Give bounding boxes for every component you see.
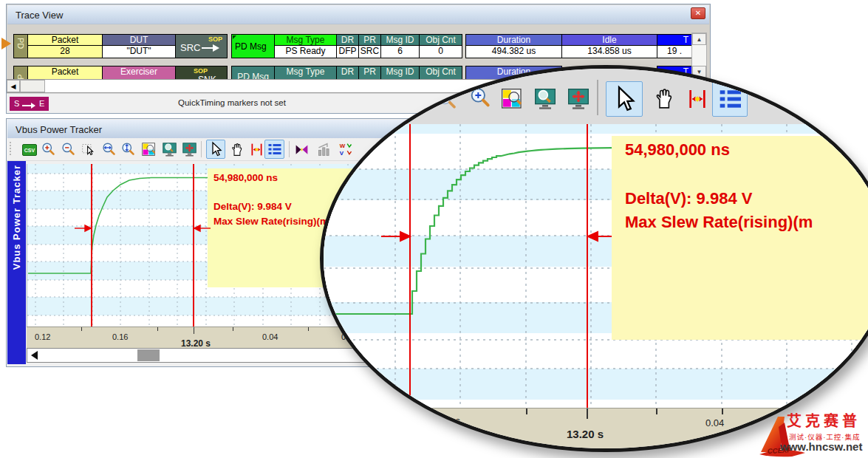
xaxis-tick (526, 409, 527, 414)
row1-idle-value[interactable]: 134.858 us (561, 45, 657, 58)
vbus-hscroll-left-icon[interactable] (31, 351, 38, 360)
bubble-colormap-icon[interactable] (500, 87, 524, 111)
trace-vscrollbar[interactable]: ▲ ▼ (691, 33, 707, 78)
xaxis-tick (587, 409, 588, 419)
monitor-target-icon[interactable] (182, 142, 197, 157)
toolbar-grip (10, 142, 11, 157)
vbus-slew-label: Max Slew Rate(rising)(m (213, 216, 329, 227)
row2-sop-cell[interactable]: SOP SNK (175, 66, 228, 79)
trace-vscroll-up-button[interactable]: ▲ (692, 33, 706, 45)
trace-view-close-button[interactable]: ✕ (691, 7, 705, 19)
row1-objcnt-value[interactable]: 0 (419, 45, 462, 58)
bubble-cursor-arrows (324, 124, 868, 408)
vbus-banner: Vbus Power Tracker (7, 161, 26, 364)
row2-msgtype-header: Msg Type (274, 66, 337, 79)
toolbar-separator-2 (289, 141, 290, 157)
logo-brand: 艾克赛普 (787, 409, 861, 431)
xaxis-label-2: 0.16 (112, 332, 128, 341)
row1-packet-header: Packet (27, 34, 103, 46)
row1-t-header: T (657, 34, 692, 46)
trace-view-titlebar[interactable]: Trace View (7, 5, 709, 24)
va-measure-icon[interactable]: WV (338, 142, 354, 157)
timing-marker-icon[interactable] (249, 142, 264, 157)
vbus-cursor-time-label: 54,980,000 ns (213, 172, 278, 183)
trace-hscroll-thumb[interactable] (20, 80, 45, 92)
svg-text:V: V (340, 150, 344, 157)
bubble-xaxis-label-2: 0.16 (442, 417, 460, 428)
screen-magnifier-icon[interactable] (162, 142, 177, 157)
row2-pdmsg-cell[interactable]: PD Msg (231, 66, 275, 79)
zoom-out-icon[interactable] (61, 142, 76, 157)
row1-msgid-header: Msg ID (380, 34, 420, 46)
bubble-xaxis-cursor-label: 13.20 s (567, 428, 604, 440)
bubble-xaxis-label-3: 0.04 (705, 417, 724, 428)
bubble-monitor-target-icon[interactable] (567, 87, 590, 111)
row1-pdmsg-marker-icon (233, 35, 236, 39)
cursor-arrow-icon[interactable] (206, 140, 225, 159)
bubble-cursor-time-label: 54,980,000 ns (625, 140, 730, 160)
xaxis-tick (157, 327, 158, 331)
row1-side-label: PD (16, 38, 25, 49)
row1-src-label: SRC (180, 42, 200, 53)
row1-duration-value[interactable]: 494.382 us (465, 45, 562, 58)
bubble-chart: 54,980,000 ns Delta(V): 9.984 V Max Slew… (324, 124, 868, 408)
bubble-hand-icon[interactable] (652, 86, 676, 111)
row2-exerciser-header: Exerciser (102, 66, 176, 79)
zoom-region-icon[interactable] (81, 142, 96, 157)
bubble-zoom-vertical-icon[interactable] (468, 86, 492, 110)
current-packet-pointer-icon (1, 38, 11, 49)
row2-pr-header: PR (358, 66, 381, 79)
row1-duration-header: Duration (465, 34, 562, 46)
row1-src-cell[interactable]: SOP SRC (175, 34, 228, 58)
row1-dut-value[interactable]: "DUT" (102, 45, 176, 58)
start-end-badge[interactable]: S E (10, 97, 49, 111)
zoom-in-icon[interactable] (41, 142, 56, 157)
row1-src-arrow-icon (202, 47, 213, 49)
magnifier-bubble: 54,980,000 ns Delta(V): 9.984 V Max Slew… (320, 65, 868, 452)
row1-dr-header: DR (336, 34, 359, 46)
row2-objcnt-header: Obj Cnt (419, 66, 462, 79)
vbus-title: Vbus Power Tracker (16, 124, 102, 135)
zoom-vertical-icon[interactable] (120, 142, 136, 157)
row1-objcnt-header: Obj Cnt (419, 34, 462, 46)
row1-pr-value[interactable]: SRC (358, 45, 381, 58)
trace-view-title: Trace View (16, 10, 63, 21)
row1-packet-value[interactable]: 28 (27, 45, 103, 58)
row1-src-arrowhead-icon (213, 44, 219, 52)
bubble-timing-marker-icon[interactable] (686, 87, 709, 111)
row1-t-value[interactable]: 19 . (657, 45, 692, 58)
hand-icon[interactable] (229, 142, 245, 157)
xaxis-label-3: 0.04 (262, 332, 278, 341)
xaxis-label-1: 0.12 (35, 332, 50, 341)
row1-pdmsg-cell[interactable]: PD Msg (231, 34, 275, 58)
row1-msgid-value[interactable]: 6 (380, 45, 420, 58)
xaxis-cursor-label: 13.20 s (181, 338, 211, 349)
bubble-slew-label: Max Slew Rate(rising)(m (625, 213, 813, 232)
collapse-markers-icon[interactable] (294, 142, 310, 157)
list-view-icon[interactable] (264, 140, 284, 159)
xaxis-tick (722, 409, 723, 414)
bubble-toolbar-separator (597, 80, 598, 115)
zoom-horizontal-icon[interactable] (101, 142, 117, 157)
row2-side-cell[interactable]: P (13, 66, 28, 79)
row1-msgtype-header: Msg Type (274, 34, 337, 46)
row2-dr-header: DR (336, 66, 359, 79)
row1-pr-header: PR (358, 34, 381, 46)
row1-dut-header: DUT (102, 34, 176, 46)
bubble-cursor-arrow-icon[interactable] (606, 81, 643, 117)
badge-arrowhead-icon (31, 103, 35, 109)
row1-side-cell[interactable]: PD (13, 34, 28, 58)
logo-url[interactable]: www.hncsw.net (780, 440, 862, 453)
chart-export-icon[interactable] (316, 142, 332, 157)
xaxis-tick (194, 327, 194, 334)
vbus-delta-label: Delta(V): 9.984 V (213, 201, 292, 212)
row1-msgtype-value[interactable]: PS Ready (274, 45, 337, 58)
row1-dr-value[interactable]: DFP (336, 45, 359, 58)
xaxis-tick (233, 327, 233, 331)
csv-export-icon[interactable]: CSV (21, 142, 36, 157)
bubble-list-view-icon[interactable] (712, 81, 748, 117)
vbus-hscroll-thumb[interactable] (137, 349, 160, 361)
trace-hscroll-left-button[interactable]: ◀ (7, 80, 20, 92)
bubble-screen-magnifier-icon[interactable] (533, 87, 557, 111)
colormap-icon[interactable] (141, 142, 157, 157)
